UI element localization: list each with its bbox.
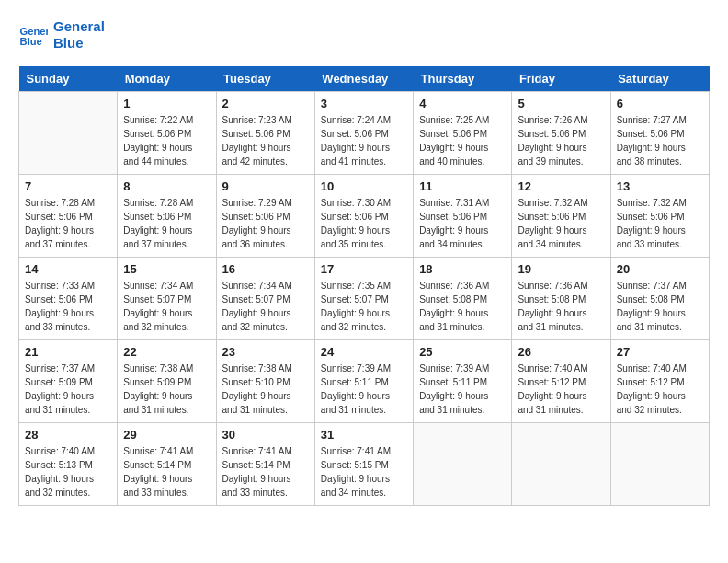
day-number: 5: [518, 97, 604, 110]
day-number: 28: [25, 428, 111, 442]
week-row-1: 1Sunrise: 7:22 AM Sunset: 5:06 PM Daylig…: [19, 92, 710, 175]
day-info: Sunrise: 7:34 AM Sunset: 5:07 PM Dayligh…: [123, 279, 210, 334]
calendar-cell: 28Sunrise: 7:40 AM Sunset: 5:13 PM Dayli…: [19, 423, 118, 506]
calendar-cell: 4Sunrise: 7:25 AM Sunset: 5:06 PM Daylig…: [414, 92, 512, 175]
calendar-cell: 9Sunrise: 7:29 AM Sunset: 5:06 PM Daylig…: [216, 175, 314, 258]
day-number: 18: [419, 262, 506, 276]
calendar-cell: 6Sunrise: 7:27 AM Sunset: 5:06 PM Daylig…: [610, 92, 709, 175]
calendar-cell: 7Sunrise: 7:28 AM Sunset: 5:06 PM Daylig…: [19, 175, 118, 258]
calendar-cell: 1Sunrise: 7:22 AM Sunset: 5:06 PM Daylig…: [118, 92, 216, 175]
header-day-thursday: Thursday: [414, 66, 512, 92]
day-number: 15: [123, 262, 210, 276]
header-day-sunday: Sunday: [19, 66, 118, 92]
day-number: 23: [222, 345, 309, 359]
day-info: Sunrise: 7:40 AM Sunset: 5:13 PM Dayligh…: [25, 444, 111, 500]
day-number: 11: [419, 179, 506, 193]
day-info: Sunrise: 7:39 AM Sunset: 5:11 PM Dayligh…: [419, 362, 506, 417]
calendar-cell: 13Sunrise: 7:32 AM Sunset: 5:06 PM Dayli…: [610, 175, 709, 258]
logo: General Blue GeneralBlue: [18, 18, 105, 52]
calendar-cell: 29Sunrise: 7:41 AM Sunset: 5:14 PM Dayli…: [118, 423, 216, 506]
day-info: Sunrise: 7:28 AM Sunset: 5:06 PM Dayligh…: [25, 196, 111, 251]
header-day-monday: Monday: [118, 66, 216, 92]
calendar-cell: 5Sunrise: 7:26 AM Sunset: 5:06 PM Daylig…: [512, 92, 610, 175]
day-info: Sunrise: 7:38 AM Sunset: 5:09 PM Dayligh…: [123, 362, 210, 417]
day-number: 26: [518, 345, 604, 359]
calendar-cell: [414, 423, 512, 506]
day-number: 21: [25, 345, 111, 359]
day-info: Sunrise: 7:22 AM Sunset: 5:06 PM Dayligh…: [123, 113, 210, 168]
day-info: Sunrise: 7:32 AM Sunset: 5:06 PM Dayligh…: [617, 196, 703, 251]
day-number: 22: [123, 345, 210, 359]
day-number: 12: [518, 179, 604, 193]
day-info: Sunrise: 7:23 AM Sunset: 5:06 PM Dayligh…: [222, 113, 309, 168]
calendar-cell: 24Sunrise: 7:39 AM Sunset: 5:11 PM Dayli…: [314, 340, 413, 423]
day-number: 4: [419, 97, 506, 110]
calendar-cell: 2Sunrise: 7:23 AM Sunset: 5:06 PM Daylig…: [216, 92, 314, 175]
calendar-cell: 20Sunrise: 7:37 AM Sunset: 5:08 PM Dayli…: [610, 258, 709, 340]
calendar-cell: 11Sunrise: 7:31 AM Sunset: 5:06 PM Dayli…: [414, 175, 512, 258]
day-number: 27: [617, 345, 703, 359]
header-row: SundayMondayTuesdayWednesdayThursdayFrid…: [19, 66, 710, 92]
day-number: 7: [25, 179, 111, 193]
day-number: 8: [123, 179, 210, 193]
day-number: 20: [617, 262, 703, 276]
day-info: Sunrise: 7:36 AM Sunset: 5:08 PM Dayligh…: [419, 279, 506, 334]
day-info: Sunrise: 7:29 AM Sunset: 5:06 PM Dayligh…: [222, 196, 309, 251]
day-info: Sunrise: 7:40 AM Sunset: 5:12 PM Dayligh…: [518, 362, 604, 417]
calendar-cell: 14Sunrise: 7:33 AM Sunset: 5:06 PM Dayli…: [19, 258, 118, 340]
day-number: 31: [321, 428, 407, 442]
day-info: Sunrise: 7:41 AM Sunset: 5:14 PM Dayligh…: [123, 444, 210, 500]
svg-text:Blue: Blue: [20, 36, 42, 47]
calendar-table: SundayMondayTuesdayWednesdayThursdayFrid…: [18, 66, 710, 506]
logo-text: GeneralBlue: [53, 18, 105, 52]
calendar-cell: 15Sunrise: 7:34 AM Sunset: 5:07 PM Dayli…: [118, 258, 216, 340]
logo-icon: General Blue: [18, 20, 48, 50]
day-info: Sunrise: 7:37 AM Sunset: 5:08 PM Dayligh…: [617, 279, 703, 334]
day-info: Sunrise: 7:30 AM Sunset: 5:06 PM Dayligh…: [321, 196, 407, 251]
day-info: Sunrise: 7:40 AM Sunset: 5:12 PM Dayligh…: [617, 362, 703, 417]
week-row-4: 21Sunrise: 7:37 AM Sunset: 5:09 PM Dayli…: [19, 340, 710, 423]
calendar-cell: 25Sunrise: 7:39 AM Sunset: 5:11 PM Dayli…: [414, 340, 512, 423]
day-info: Sunrise: 7:24 AM Sunset: 5:06 PM Dayligh…: [321, 113, 407, 168]
calendar-cell: [19, 92, 118, 175]
day-info: Sunrise: 7:38 AM Sunset: 5:10 PM Dayligh…: [222, 362, 309, 417]
day-info: Sunrise: 7:33 AM Sunset: 5:06 PM Dayligh…: [25, 279, 111, 334]
day-number: 14: [25, 262, 111, 276]
svg-text:General: General: [20, 26, 48, 37]
day-info: Sunrise: 7:28 AM Sunset: 5:06 PM Dayligh…: [123, 196, 210, 251]
header-day-saturday: Saturday: [610, 66, 709, 92]
day-info: Sunrise: 7:26 AM Sunset: 5:06 PM Dayligh…: [518, 113, 604, 168]
header-day-wednesday: Wednesday: [314, 66, 413, 92]
calendar-cell: [610, 423, 709, 506]
week-row-5: 28Sunrise: 7:40 AM Sunset: 5:13 PM Dayli…: [19, 423, 710, 506]
day-info: Sunrise: 7:41 AM Sunset: 5:14 PM Dayligh…: [222, 444, 309, 500]
day-number: 2: [222, 97, 309, 110]
day-number: 30: [222, 428, 309, 442]
calendar-cell: 23Sunrise: 7:38 AM Sunset: 5:10 PM Dayli…: [216, 340, 314, 423]
day-number: 6: [617, 97, 703, 110]
week-row-3: 14Sunrise: 7:33 AM Sunset: 5:06 PM Dayli…: [19, 258, 710, 340]
calendar-cell: 31Sunrise: 7:41 AM Sunset: 5:15 PM Dayli…: [314, 423, 413, 506]
day-number: 1: [123, 97, 210, 110]
day-number: 13: [617, 179, 703, 193]
day-number: 10: [321, 179, 407, 193]
calendar-cell: 30Sunrise: 7:41 AM Sunset: 5:14 PM Dayli…: [216, 423, 314, 506]
day-info: Sunrise: 7:27 AM Sunset: 5:06 PM Dayligh…: [617, 113, 703, 168]
day-number: 17: [321, 262, 407, 276]
calendar-cell: 27Sunrise: 7:40 AM Sunset: 5:12 PM Dayli…: [610, 340, 709, 423]
calendar-cell: 3Sunrise: 7:24 AM Sunset: 5:06 PM Daylig…: [314, 92, 413, 175]
day-number: 19: [518, 262, 604, 276]
calendar-cell: 16Sunrise: 7:34 AM Sunset: 5:07 PM Dayli…: [216, 258, 314, 340]
day-info: Sunrise: 7:41 AM Sunset: 5:15 PM Dayligh…: [321, 444, 407, 500]
day-info: Sunrise: 7:36 AM Sunset: 5:08 PM Dayligh…: [518, 279, 604, 334]
day-number: 3: [321, 97, 407, 110]
header-day-tuesday: Tuesday: [216, 66, 314, 92]
day-info: Sunrise: 7:39 AM Sunset: 5:11 PM Dayligh…: [321, 362, 407, 417]
day-number: 16: [222, 262, 309, 276]
calendar-cell: [512, 423, 610, 506]
day-info: Sunrise: 7:25 AM Sunset: 5:06 PM Dayligh…: [419, 113, 506, 168]
day-number: 24: [321, 345, 407, 359]
day-info: Sunrise: 7:34 AM Sunset: 5:07 PM Dayligh…: [222, 279, 309, 334]
calendar-cell: 8Sunrise: 7:28 AM Sunset: 5:06 PM Daylig…: [118, 175, 216, 258]
calendar-cell: 18Sunrise: 7:36 AM Sunset: 5:08 PM Dayli…: [414, 258, 512, 340]
